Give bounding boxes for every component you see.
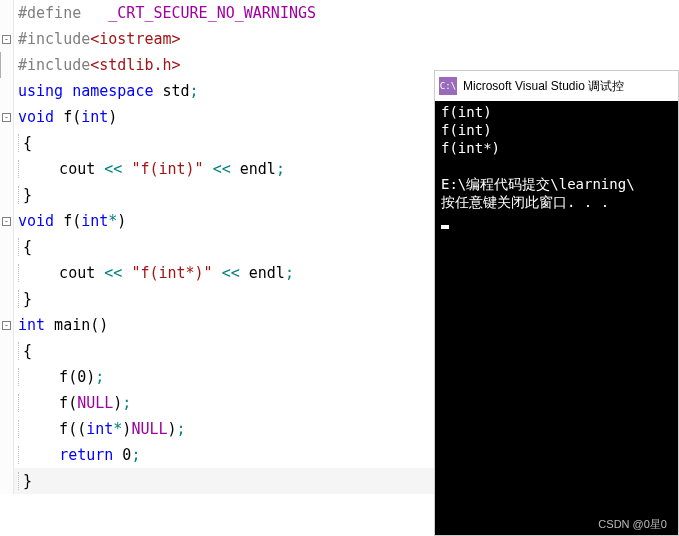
code-line[interactable]: -void f(int) <box>0 104 440 130</box>
code-line[interactable]: #include<stdlib.h> <box>0 52 440 78</box>
code-content[interactable]: { <box>18 238 32 256</box>
code-line[interactable]: f(0); <box>0 364 440 390</box>
code-line[interactable]: -int main() <box>0 312 440 338</box>
code-line[interactable]: } <box>0 182 440 208</box>
code-content[interactable]: using namespace std; <box>14 82 199 100</box>
fold-toggle-icon[interactable]: - <box>2 321 11 330</box>
console-app-icon: C:\ <box>439 77 457 95</box>
code-line[interactable]: using namespace std; <box>0 78 440 104</box>
fold-gutter[interactable] <box>0 390 14 416</box>
fold-gutter[interactable]: - <box>0 208 14 234</box>
code-content[interactable]: return 0; <box>18 446 140 464</box>
fold-toggle-icon[interactable]: - <box>2 113 11 122</box>
code-content[interactable]: f((int*)NULL); <box>18 420 186 438</box>
fold-gutter[interactable] <box>0 468 14 494</box>
console-title: Microsoft Visual Studio 调试控 <box>463 78 624 95</box>
code-content[interactable]: cout << "f(int*)" << endl; <box>18 264 294 282</box>
fold-gutter[interactable] <box>0 156 14 182</box>
fold-gutter[interactable] <box>0 130 14 156</box>
code-content[interactable]: void f(int*) <box>14 212 126 230</box>
code-line[interactable]: { <box>0 234 440 260</box>
code-line[interactable]: f(NULL); <box>0 390 440 416</box>
code-line[interactable]: -void f(int*) <box>0 208 440 234</box>
fold-gutter[interactable] <box>0 442 14 468</box>
console-output[interactable]: f(int) f(int) f(int*) E:\编程代码提交\learning… <box>435 101 678 535</box>
code-content[interactable]: { <box>18 134 32 152</box>
fold-gutter[interactable] <box>0 0 14 26</box>
code-line[interactable]: cout << "f(int)" << endl; <box>0 156 440 182</box>
code-content[interactable]: } <box>18 186 32 204</box>
fold-gutter[interactable]: - <box>0 104 14 130</box>
code-content[interactable]: } <box>18 472 32 490</box>
fold-gutter[interactable] <box>0 364 14 390</box>
console-window: C:\ Microsoft Visual Studio 调试控 f(int) f… <box>434 70 679 536</box>
fold-gutter[interactable]: - <box>0 312 14 338</box>
code-content[interactable]: #include<stdlib.h> <box>14 56 181 74</box>
code-content[interactable]: #define _CRT_SECURE_NO_WARNINGS <box>14 4 316 22</box>
fold-gutter[interactable] <box>0 338 14 364</box>
code-line[interactable]: cout << "f(int*)" << endl; <box>0 260 440 286</box>
code-line[interactable]: #define _CRT_SECURE_NO_WARNINGS <box>0 0 440 26</box>
console-titlebar[interactable]: C:\ Microsoft Visual Studio 调试控 <box>435 71 678 101</box>
fold-toggle-icon[interactable]: - <box>2 35 11 44</box>
fold-gutter[interactable] <box>0 416 14 442</box>
code-line[interactable]: -#include<iostream> <box>0 26 440 52</box>
fold-gutter[interactable] <box>0 182 14 208</box>
code-line[interactable]: f((int*)NULL); <box>0 416 440 442</box>
fold-gutter[interactable]: - <box>0 26 14 52</box>
code-content[interactable]: void f(int) <box>14 108 117 126</box>
code-line[interactable]: } <box>0 468 440 494</box>
fold-gutter[interactable] <box>0 234 14 260</box>
code-line[interactable]: { <box>0 130 440 156</box>
fold-toggle-icon[interactable]: - <box>2 217 11 226</box>
code-content[interactable]: f(0); <box>18 368 104 386</box>
fold-gutter[interactable] <box>0 52 14 78</box>
code-content[interactable]: cout << "f(int)" << endl; <box>18 160 285 178</box>
code-content[interactable]: int main() <box>14 316 108 334</box>
console-cursor <box>441 225 449 229</box>
code-line[interactable]: return 0; <box>0 442 440 468</box>
code-line[interactable]: } <box>0 286 440 312</box>
fold-gutter[interactable] <box>0 78 14 104</box>
code-content[interactable]: #include<iostream> <box>14 30 181 48</box>
code-content[interactable]: { <box>18 342 32 360</box>
code-line[interactable]: { <box>0 338 440 364</box>
fold-gutter[interactable] <box>0 286 14 312</box>
code-editor[interactable]: #define _CRT_SECURE_NO_WARNINGS-#include… <box>0 0 440 536</box>
watermark: CSDN @0星0 <box>598 517 667 532</box>
code-content[interactable]: } <box>18 290 32 308</box>
fold-gutter[interactable] <box>0 260 14 286</box>
code-content[interactable]: f(NULL); <box>18 394 131 412</box>
